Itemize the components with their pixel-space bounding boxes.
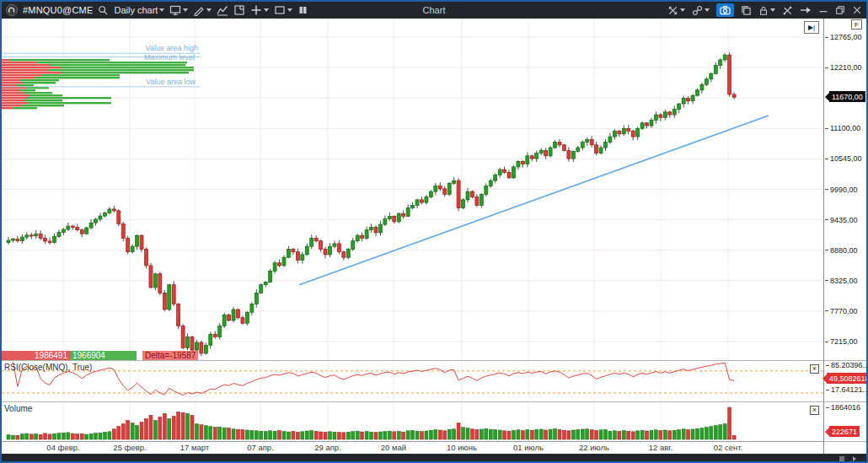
date-tick-label: 20 май: [369, 443, 418, 452]
current-price-badge: 11670,00: [829, 91, 865, 102]
chevron-down-icon: [264, 8, 269, 12]
rsi-value-badge: 49,5082618: [827, 373, 868, 384]
minimize-button[interactable]: [818, 5, 828, 15]
date-tick-label: 22 июль: [570, 443, 619, 452]
delta-value: Delta=-19587: [142, 351, 198, 360]
app-logo-icon: [6, 4, 18, 16]
volume-indicator-label: Volume: [4, 404, 32, 413]
close-rsi-panel-button[interactable]: ×: [810, 364, 819, 374]
date-tick-label: 12 авг.: [636, 443, 685, 452]
indicators-button[interactable]: [217, 4, 228, 16]
value-area-high-label: Value area high: [2, 44, 198, 52]
date-tick-label: 04 февр.: [39, 443, 88, 452]
price-tick-label: 9990,00: [825, 186, 858, 194]
price-tick-label: 9435,00: [825, 216, 858, 224]
price-tick-label: 7770,00: [825, 307, 858, 315]
price-tick-label: 12210,00: [825, 63, 862, 72]
chevron-down-icon: [183, 8, 188, 12]
close-volume-panel-button[interactable]: ×: [810, 406, 819, 415]
scroll-right-icon[interactable]: [853, 456, 856, 461]
date-tick-label: 02 сент.: [704, 443, 753, 452]
crosshair-button[interactable]: [667, 5, 685, 16]
pin-button[interactable]: [800, 5, 812, 15]
date-tick-label: 17 март: [170, 443, 219, 452]
bid-volume-value: 1986491: [2, 351, 70, 360]
volume-plot[interactable]: [2, 402, 823, 441]
value-area-low-label: Value area low: [2, 78, 196, 86]
search-icon[interactable]: [98, 5, 109, 16]
drawing-tools-button[interactable]: [193, 4, 212, 16]
lock-button[interactable]: [758, 5, 775, 16]
period-label: Daily chart: [114, 5, 158, 15]
clusters-button[interactable]: [233, 4, 245, 16]
chevron-down-icon: [680, 8, 685, 12]
chevron-down-icon: [159, 8, 164, 12]
date-axis[interactable]: 04 февр.25 февр.17 март07 апр.29 апр.20 …: [2, 441, 823, 454]
price-tick-label: 12765,00: [825, 33, 862, 41]
date-tick-label: 29 апр.: [303, 443, 352, 452]
clone-button[interactable]: [741, 5, 752, 16]
date-tick-label: 01 июль: [504, 443, 553, 452]
rsi-max-label: 85.20396...: [826, 361, 868, 369]
workspace: Value area high Maximum level Value area…: [2, 19, 866, 454]
title-bar: Chart #MNQU0@CME Daily chart: [2, 2, 866, 19]
rsi-panel[interactable]: RSI(Close(MNQ), True) ×: [2, 361, 823, 401]
chevron-down-icon: [770, 8, 775, 12]
volume-max-label: 1864016: [826, 403, 860, 412]
price-tick-label: 8880,00: [825, 246, 858, 255]
templates-button[interactable]: [274, 4, 292, 16]
ask-volume-value: 1966904: [70, 351, 137, 360]
symbol-label: #MNQU0@CME: [23, 5, 93, 15]
price-tick-label: 7215,00: [825, 337, 858, 346]
add-button[interactable]: [250, 4, 269, 16]
rsi-indicator-label: RSI(Close(MNQ), True): [4, 363, 92, 372]
settings-tools-button[interactable]: [782, 5, 793, 16]
rsi-min-label: 17.64121...: [826, 385, 868, 394]
volume-panel[interactable]: Volume ×: [2, 402, 823, 441]
chart-window: Chart #MNQU0@CME Daily chart: [0, 0, 868, 463]
period-select[interactable]: Daily chart: [114, 5, 164, 15]
restore-button[interactable]: [835, 5, 845, 15]
go-to-latest-button[interactable]: ▶|: [804, 21, 819, 34]
price-tick-label: 11100,00: [825, 124, 860, 132]
scroll-thumb-icon[interactable]: [839, 456, 844, 461]
rsi-plot[interactable]: [2, 361, 823, 401]
volume-value-badge: 222671: [829, 426, 860, 437]
chevron-down-icon: [705, 8, 710, 12]
chart-type-button[interactable]: [169, 4, 188, 16]
session-stats-bar: 1986491 1966904 Delta=-19587: [2, 351, 198, 360]
link-button[interactable]: [692, 5, 710, 16]
volume-profile-button[interactable]: [297, 4, 309, 16]
date-tick-label: 10 июнь: [437, 443, 486, 452]
price-tick-label: 8325,00: [825, 277, 858, 285]
screenshot-button[interactable]: [716, 3, 734, 17]
maximum-level-label: Maximum level: [2, 53, 195, 62]
price-tick-label: 10545,00: [825, 154, 862, 163]
main-chart-panel[interactable]: Value area high Maximum level Value area…: [2, 19, 823, 360]
price-axis[interactable]: F 11670,00 85.20396... 49,5082618 17.641…: [823, 19, 866, 454]
bottom-bar: [2, 454, 866, 463]
chevron-down-icon: [287, 8, 292, 12]
fit-scale-button[interactable]: F: [851, 19, 862, 30]
candlestick-plot[interactable]: [2, 19, 823, 360]
chevron-down-icon: [206, 8, 212, 12]
date-tick-label: 25 февр.: [105, 443, 154, 452]
close-icon[interactable]: [852, 5, 862, 15]
date-tick-label: 07 апр.: [236, 443, 285, 452]
